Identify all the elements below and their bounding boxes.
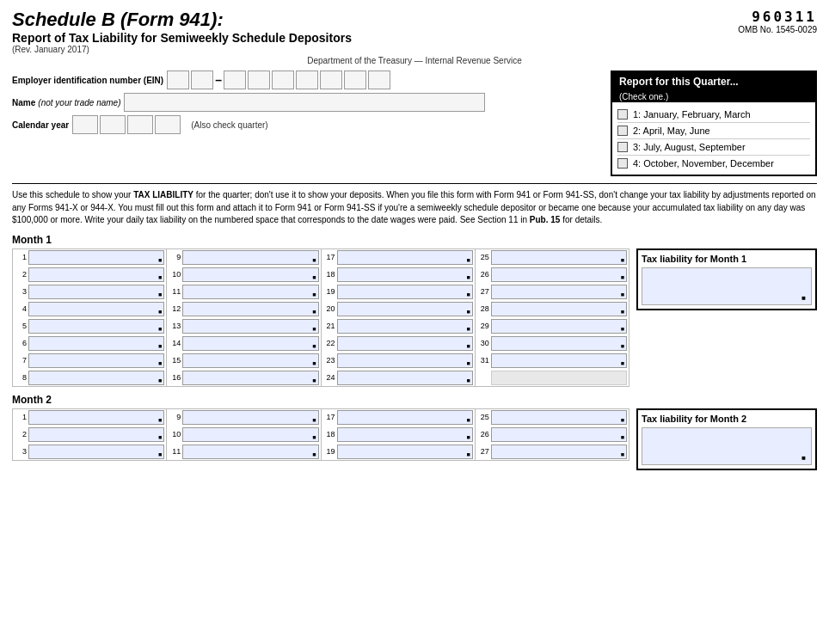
m2-day-3-input[interactable]: ■ [28,445,164,459]
m2-day-10-input[interactable]: ■ [182,427,318,442]
name-input[interactable] [124,93,485,112]
day-13-input[interactable]: ■ [182,319,318,334]
cal-box-2[interactable] [100,115,126,134]
month1-label: Month 1 [12,234,817,246]
cal-box-3[interactable] [127,115,153,134]
liability-month2-input[interactable]: ■ [642,427,812,465]
day-row-4: 4■ [13,301,166,317]
m2-day-17-input[interactable]: ■ [337,410,473,425]
day-10-input[interactable]: ■ [182,267,318,282]
day-16-input[interactable]: ■ [182,371,318,385]
day-row-5: 5■ [13,318,166,334]
day-22-input[interactable]: ■ [337,336,473,351]
ein-box-8[interactable] [344,71,366,89]
day-6-input[interactable]: ■ [28,336,164,351]
day-29-input[interactable]: ■ [491,319,627,334]
m2-day-row-18: 18■ [322,426,475,443]
ein-box-4[interactable] [248,71,270,89]
liability-month1-input[interactable]: ■ [642,267,812,305]
m2-day-row-19: 19■ [322,444,475,460]
ein-box-9[interactable] [368,71,390,89]
quarter-item-2[interactable]: 2: April, May, June [617,123,810,139]
ein-box-3[interactable] [224,71,246,89]
m2-day-row-2: 2■ [13,426,166,443]
day-5-input[interactable]: ■ [28,319,164,334]
quarter-item-4[interactable]: 4: October, November, December [617,156,810,171]
day-17-input[interactable]: ■ [337,250,473,265]
day-2-input[interactable]: ■ [28,267,164,282]
m2-day-row-17: 17■ [322,409,475,426]
day-4-input[interactable]: ■ [28,302,164,316]
day-8-input[interactable]: ■ [28,371,164,385]
day-26-input[interactable]: ■ [491,267,627,282]
m2-day-row-11: 11■ [167,444,320,460]
day-23-input[interactable]: ■ [337,353,473,368]
cal-box-4[interactable] [155,115,181,134]
title-block: Schedule B (Form 941): Report of Tax Lia… [12,9,352,54]
quarter-label-1: 1: January, February, March [633,109,751,120]
day-3-input[interactable]: ■ [28,285,164,299]
day-7-input[interactable]: ■ [28,353,164,368]
day-row-31: 31■ [476,353,629,369]
day-19-input[interactable]: ■ [337,285,473,299]
day-28-input[interactable]: ■ [491,302,627,316]
m2-day-row-3: 3■ [13,444,166,460]
cal-box-1[interactable] [72,115,98,134]
m2-day-27-input[interactable]: ■ [491,445,627,459]
month2-col2: 9■ 10■ 11■ [167,409,320,460]
day-24-input[interactable]: ■ [337,371,473,385]
day-27-input[interactable]: ■ [491,285,627,299]
day-1-input[interactable]: ■ [28,250,164,265]
month2-grid-wrapper: 1■ 2■ 3■ 9■ 10■ 11■ 17■ 18■ 19■ [12,408,817,470]
quarter-checkbox-3[interactable] [617,142,628,152]
day-12-input[interactable]: ■ [182,302,318,316]
day-row-19: 19■ [322,284,475,300]
day-11-input[interactable]: ■ [182,285,318,299]
day-25-input[interactable]: ■ [491,250,627,265]
quarter-item-3[interactable]: 3: July, August, September [617,139,810,156]
m2-day-11-input[interactable]: ■ [182,445,318,459]
day-18-input[interactable]: ■ [337,267,473,282]
ein-box-5[interactable] [272,71,294,89]
quarter-checkbox-4[interactable] [617,158,628,169]
day-row-9: 9■ [167,249,320,266]
day-14-input[interactable]: ■ [182,336,318,351]
header-row: Schedule B (Form 941): Report of Tax Lia… [12,9,817,54]
ein-box-6[interactable] [296,71,318,89]
left-fields: Employer identification number (EIN) – [12,71,600,176]
form-code: 960311 [738,9,817,25]
m2-day-25-input[interactable]: ■ [491,410,627,425]
ein-box-1[interactable] [167,71,189,89]
m2-day-18-input[interactable]: ■ [337,427,473,442]
m2-day-26-input[interactable]: ■ [491,427,627,442]
dept-line: Department of the Treasury — Internal Re… [12,56,817,65]
day-31-input[interactable]: ■ [491,353,627,368]
day-row-24: 24■ [322,370,475,386]
day-21-input[interactable]: ■ [337,319,473,334]
ein-box-2[interactable] [191,71,213,89]
quarter-checkbox-1[interactable] [617,109,628,120]
month2-col4: 25■ 26■ 27■ [476,409,629,460]
day-15-input[interactable]: ■ [182,353,318,368]
quarter-item-1[interactable]: 1: January, February, March [617,107,810,123]
month2-section: Month 2 1■ 2■ 3■ 9■ 10■ 11■ 17■ 18■ [12,394,817,470]
month1-grid-wrapper: 1■ 2■ 3■ 4■ 5■ 6■ 7■ 8■ 9■ 10■ 11■ 12■ 1… [12,248,817,387]
top-section: Employer identification number (EIN) – [12,71,817,176]
day-row-25: 25■ [476,249,629,266]
ein-box-7[interactable] [320,71,342,89]
day-20-input[interactable]: ■ [337,302,473,316]
m2-day-row-10: 10■ [167,426,320,443]
day-30-input[interactable]: ■ [491,336,627,351]
day-9-input[interactable]: ■ [182,250,318,265]
day-row-14: 14■ [167,335,320,352]
name-sublabel: (not your trade name) [38,98,120,107]
m2-day-1-input[interactable]: ■ [28,410,164,425]
m2-day-9-input[interactable]: ■ [182,410,318,425]
m2-day-2-input[interactable]: ■ [28,427,164,442]
day-row-11: 11■ [167,284,320,300]
day-row-29: 29■ [476,318,629,334]
name-label-block: Name (not your trade name) [12,97,120,107]
quarter-checkbox-2[interactable] [617,126,628,136]
m2-day-row-9: 9■ [167,409,320,426]
m2-day-19-input[interactable]: ■ [337,445,473,459]
